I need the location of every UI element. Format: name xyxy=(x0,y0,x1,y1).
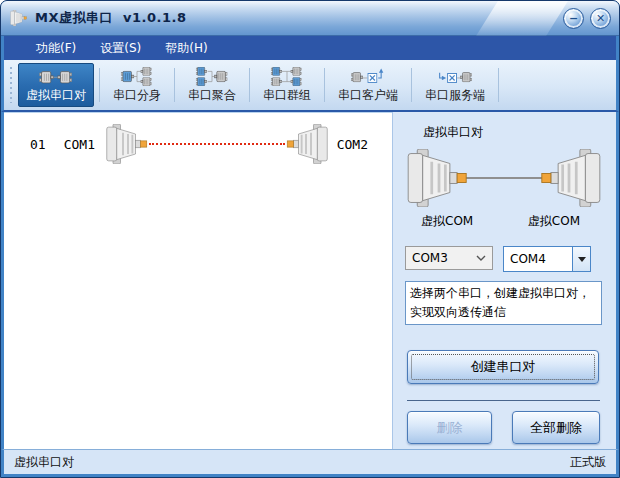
virtual-link-line xyxy=(149,143,285,145)
close-button[interactable]: ✕ xyxy=(590,8,611,29)
virtual-com-left-label: 虚拟COM xyxy=(421,213,473,230)
toolbar-button-label: 串口聚合 xyxy=(188,87,236,104)
com-port-1-value: COM3 xyxy=(412,251,448,265)
virtual-pair-icon xyxy=(34,67,78,86)
left-connector-icon xyxy=(105,124,151,164)
minimize-icon: − xyxy=(569,13,578,24)
toolbar-separator xyxy=(411,68,412,102)
app-logo-icon xyxy=(9,10,29,26)
create-pair-panel: 虚拟串口对 虚拟COM 虚拟COM COM3 COM4 xyxy=(392,112,616,449)
delete-button[interactable]: 删除 xyxy=(407,411,492,444)
triangle-down-icon xyxy=(578,257,586,262)
titlebar: MX虚拟串口 v1.0.1.8 − ✕ xyxy=(1,1,619,36)
toolbar-button-label: 串口群组 xyxy=(263,87,311,104)
virtual-com-right-label: 虚拟COM xyxy=(528,213,580,230)
titlebar-sheen xyxy=(476,1,568,36)
toolbar-separator xyxy=(174,68,175,102)
toolbar-button-virtual-pair[interactable]: 虚拟串口对 xyxy=(18,63,94,107)
content-area: 01 COM1 COM2 虚拟串口对 虚拟COM 虚拟COM xyxy=(1,112,619,449)
description-box: 选择两个串口，创建虚拟串口对，实现双向透传通信 xyxy=(405,281,602,325)
menubar: 功能(F) 设置(S) 帮助(H) xyxy=(1,36,619,60)
toolbar-button-label: 虚拟串口对 xyxy=(26,87,86,104)
window-title: MX虚拟串口 v1.0.1.8 xyxy=(35,9,186,27)
toolbar-separator xyxy=(99,68,100,102)
toolbar-button-label: 串口分身 xyxy=(113,87,161,104)
close-icon: ✕ xyxy=(596,13,605,24)
port-merge-icon xyxy=(190,67,234,86)
toolbar-button-port-merge[interactable]: 串口聚合 xyxy=(180,63,244,107)
status-right-text: 正式版 xyxy=(570,454,606,471)
serial-server-icon xyxy=(432,67,478,86)
menu-item-help[interactable]: 帮助(H) xyxy=(153,37,219,60)
delete-row: 删除 全部删除 xyxy=(407,411,600,444)
toolbar-separator xyxy=(249,68,250,102)
toolbar-button-label: 串口客户端 xyxy=(338,87,398,104)
delete-all-label: 全部删除 xyxy=(530,419,582,437)
toolbar-gripper xyxy=(8,67,13,103)
status-left-text: 虚拟串口对 xyxy=(14,454,74,471)
port-group-icon xyxy=(265,67,309,86)
create-pair-label: 创建串口对 xyxy=(471,358,536,376)
chevron-down-icon xyxy=(476,255,486,261)
pair-left-port: COM1 xyxy=(64,137,95,152)
delete-label: 删除 xyxy=(437,419,463,437)
toolbar-button-serial-server[interactable]: 串口服务端 xyxy=(417,63,493,107)
toolbar-separator xyxy=(498,68,499,102)
virtual-com-labels: 虚拟COM 虚拟COM xyxy=(405,209,602,230)
panel-title: 虚拟串口对 xyxy=(423,124,602,141)
port-pair-list: 01 COM1 COM2 xyxy=(4,112,392,449)
com-port-select-1[interactable]: COM3 xyxy=(405,246,493,270)
menu-item-function[interactable]: 功能(F) xyxy=(24,37,88,60)
panel-divider xyxy=(407,400,600,401)
combo-row: COM3 COM4 xyxy=(405,246,602,272)
toolbar: 虚拟串口对 串口分身 串口聚合 xyxy=(1,60,619,112)
dropdown-arrow-button[interactable] xyxy=(572,247,590,271)
toolbar-button-serial-client[interactable]: 串口客户端 xyxy=(330,63,406,107)
menu-item-settings[interactable]: 设置(S) xyxy=(88,37,153,60)
statusbar: 虚拟串口对 正式版 xyxy=(1,449,619,477)
pair-right-port: COM2 xyxy=(337,137,368,152)
minimize-button[interactable]: − xyxy=(563,8,584,29)
port-pair-row[interactable]: 01 COM1 COM2 xyxy=(4,113,392,165)
right-connector-icon xyxy=(283,124,329,164)
com-port-select-2[interactable]: COM4 xyxy=(503,246,591,272)
app-window: MX虚拟串口 v1.0.1.8 − ✕ 功能(F) 设置(S) 帮助(H) 虚拟… xyxy=(0,0,620,478)
toolbar-button-label: 串口服务端 xyxy=(425,87,485,104)
toolbar-separator xyxy=(324,68,325,102)
toolbar-button-port-split[interactable]: 串口分身 xyxy=(105,63,169,107)
delete-all-button[interactable]: 全部删除 xyxy=(512,411,600,444)
toolbar-button-port-group[interactable]: 串口群组 xyxy=(255,63,319,107)
pair-index: 01 xyxy=(30,137,46,152)
port-split-icon xyxy=(115,67,159,86)
create-pair-button[interactable]: 创建串口对 xyxy=(407,350,599,384)
pair-illustration xyxy=(406,147,602,209)
com-port-2-value: COM4 xyxy=(504,247,572,271)
serial-client-icon xyxy=(345,67,391,86)
